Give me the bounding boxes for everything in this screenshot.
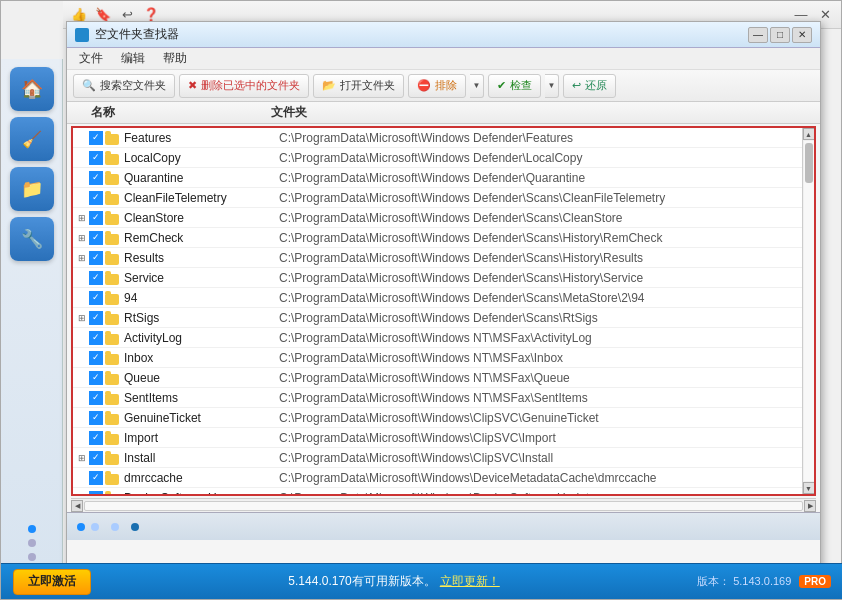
row-checkbox[interactable] bbox=[89, 371, 103, 385]
table-row[interactable]: FeaturesC:\ProgramData\Microsoft\Windows… bbox=[73, 128, 814, 148]
table-row[interactable]: ⊞RemCheckC:\ProgramData\Microsoft\Window… bbox=[73, 228, 814, 248]
table-row[interactable]: dmrccacheC:\ProgramData\Microsoft\Window… bbox=[73, 468, 814, 488]
row-checkbox[interactable] bbox=[89, 251, 103, 265]
sidebar-icon-clean[interactable]: 🧹 bbox=[10, 117, 54, 161]
row-checkbox[interactable] bbox=[89, 191, 103, 205]
table-row[interactable]: ⊞RtSigsC:\ProgramData\Microsoft\Windows … bbox=[73, 308, 814, 328]
row-name: DeviceSoftwareUp... bbox=[124, 491, 279, 495]
row-expand-btn[interactable]: ⊞ bbox=[75, 211, 89, 225]
row-expand-btn[interactable]: ⊞ bbox=[75, 311, 89, 325]
folder-icon bbox=[105, 371, 121, 385]
dialog-minimize-btn[interactable]: — bbox=[748, 27, 768, 43]
restore-btn[interactable]: ↩ 还原 bbox=[563, 74, 616, 98]
sidebar-nav-dot-1[interactable] bbox=[28, 525, 36, 533]
search-folders-btn[interactable]: 🔍 搜索空文件夹 bbox=[73, 74, 175, 98]
check-btn[interactable]: ✔ 检查 bbox=[488, 74, 541, 98]
exclude-btn[interactable]: ⛔ 排除 bbox=[408, 74, 466, 98]
row-checkbox[interactable] bbox=[89, 231, 103, 245]
row-name: Queue bbox=[124, 371, 279, 385]
outer-window: 🏠 🧹 📁 🔧 👍 🔖 ↩ ❓ — ✕ 空文件夹查找器 — □ ✕ bbox=[0, 0, 842, 600]
exclude-dropdown-btn[interactable]: ▼ bbox=[470, 74, 484, 98]
table-row[interactable]: SentItemsC:\ProgramData\Microsoft\Window… bbox=[73, 388, 814, 408]
folder-icon bbox=[105, 251, 121, 265]
table-row[interactable]: CleanFileTelemetryC:\ProgramData\Microso… bbox=[73, 188, 814, 208]
row-path: C:\ProgramData\Microsoft\Windows\ClipSVC… bbox=[279, 411, 812, 425]
h-scroll-track[interactable] bbox=[84, 501, 803, 511]
table-row[interactable]: GenuineTicketC:\ProgramData\Microsoft\Wi… bbox=[73, 408, 814, 428]
indicator-dot-3 bbox=[131, 523, 139, 531]
table-row[interactable]: QuarantineC:\ProgramData\Microsoft\Windo… bbox=[73, 168, 814, 188]
sidebar-nav-dot-2[interactable] bbox=[28, 539, 36, 547]
row-expand-btn bbox=[75, 491, 89, 495]
update-link[interactable]: 立即更新！ bbox=[440, 573, 500, 590]
sidebar-icon-folder[interactable]: 📁 bbox=[10, 167, 54, 211]
row-path: C:\ProgramData\Microsoft\Windows Defende… bbox=[279, 151, 812, 165]
horizontal-scrollbar[interactable]: ◀ ▶ bbox=[71, 498, 816, 512]
restore-icon: ↩ bbox=[572, 79, 581, 92]
row-checkbox[interactable] bbox=[89, 471, 103, 485]
delete-btn[interactable]: ✖ 删除已选中的文件夹 bbox=[179, 74, 309, 98]
table-row[interactable]: ⊞InstallC:\ProgramData\Microsoft\Windows… bbox=[73, 448, 814, 468]
row-expand-btn[interactable]: ⊞ bbox=[75, 451, 89, 465]
row-expand-btn bbox=[75, 351, 89, 365]
version-label: 版本： 5.143.0.169 bbox=[697, 574, 791, 589]
table-row[interactable]: InboxC:\ProgramData\Microsoft\Windows NT… bbox=[73, 348, 814, 368]
check-dropdown-btn[interactable]: ▼ bbox=[545, 74, 559, 98]
row-path: C:\ProgramData\Microsoft\Windows\DeviceS… bbox=[279, 491, 812, 495]
row-name: Quarantine bbox=[124, 171, 279, 185]
table-row[interactable]: 94C:\ProgramData\Microsoft\Windows Defen… bbox=[73, 288, 814, 308]
bottom-center: 5.144.0.170有可用新版本。 立即更新！ bbox=[288, 573, 499, 590]
row-checkbox[interactable] bbox=[89, 151, 103, 165]
menu-bar: 文件 编辑 帮助 bbox=[67, 48, 820, 70]
folder-icon bbox=[105, 211, 121, 225]
row-checkbox[interactable] bbox=[89, 171, 103, 185]
row-checkbox[interactable] bbox=[89, 431, 103, 445]
table-row[interactable]: LocalCopyC:\ProgramData\Microsoft\Window… bbox=[73, 148, 814, 168]
toolbar: 🔍 搜索空文件夹 ✖ 删除已选中的文件夹 📂 打开文件夹 ⛔ 排除 ▼ ✔ 检查… bbox=[67, 70, 820, 102]
h-scroll-right[interactable]: ▶ bbox=[804, 500, 816, 512]
scroll-down-arrow[interactable]: ▼ bbox=[803, 482, 815, 494]
dialog-close-btn[interactable]: ✕ bbox=[792, 27, 812, 43]
sidebar-nav-dot-3[interactable] bbox=[28, 553, 36, 561]
menu-file[interactable]: 文件 bbox=[71, 48, 111, 69]
row-expand-btn[interactable]: ⊞ bbox=[75, 231, 89, 245]
open-btn[interactable]: 📂 打开文件夹 bbox=[313, 74, 404, 98]
row-checkbox[interactable] bbox=[89, 451, 103, 465]
row-name: ActivityLog bbox=[124, 331, 279, 345]
sidebar-icon-home[interactable]: 🏠 bbox=[10, 67, 54, 111]
right-scrollbar[interactable]: ▲ ▼ bbox=[802, 128, 814, 494]
table-row[interactable]: ActivityLogC:\ProgramData\Microsoft\Wind… bbox=[73, 328, 814, 348]
row-checkbox[interactable] bbox=[89, 131, 103, 145]
activate-button[interactable]: 立即激活 bbox=[13, 569, 91, 595]
update-text: 5.144.0.170有可用新版本。 bbox=[288, 573, 435, 590]
table-row[interactable]: ⊞CleanStoreC:\ProgramData\Microsoft\Wind… bbox=[73, 208, 814, 228]
rows-inner[interactable]: FeaturesC:\ProgramData\Microsoft\Windows… bbox=[73, 128, 814, 494]
row-checkbox[interactable] bbox=[89, 411, 103, 425]
row-checkbox[interactable] bbox=[89, 351, 103, 365]
h-scroll-left[interactable]: ◀ bbox=[71, 500, 83, 512]
row-checkbox[interactable] bbox=[89, 291, 103, 305]
row-checkbox[interactable] bbox=[89, 211, 103, 225]
table-row[interactable]: ImportC:\ProgramData\Microsoft\Windows\C… bbox=[73, 428, 814, 448]
table-row[interactable]: DeviceSoftwareUp...C:\ProgramData\Micros… bbox=[73, 488, 814, 494]
row-checkbox[interactable] bbox=[89, 271, 103, 285]
menu-edit[interactable]: 编辑 bbox=[113, 48, 153, 69]
row-checkbox[interactable] bbox=[89, 311, 103, 325]
sidebar-icon-tools[interactable]: 🔧 bbox=[10, 217, 54, 261]
folder-icon bbox=[105, 191, 121, 205]
row-name: CleanStore bbox=[124, 211, 279, 225]
row-checkbox[interactable] bbox=[89, 391, 103, 405]
row-checkbox[interactable] bbox=[89, 331, 103, 345]
scroll-track[interactable] bbox=[804, 141, 814, 481]
table-row[interactable]: ServiceC:\ProgramData\Microsoft\Windows … bbox=[73, 268, 814, 288]
row-name: RemCheck bbox=[124, 231, 279, 245]
row-expand-btn[interactable]: ⊞ bbox=[75, 251, 89, 265]
table-row[interactable]: ⊞ResultsC:\ProgramData\Microsoft\Windows… bbox=[73, 248, 814, 268]
row-checkbox[interactable] bbox=[89, 491, 103, 495]
scroll-up-arrow[interactable]: ▲ bbox=[803, 128, 815, 140]
table-row[interactable]: QueueC:\ProgramData\Microsoft\Windows NT… bbox=[73, 368, 814, 388]
dialog-maximize-btn[interactable]: □ bbox=[770, 27, 790, 43]
left-sidebar: 🏠 🧹 📁 🔧 bbox=[1, 59, 63, 569]
menu-help[interactable]: 帮助 bbox=[155, 48, 195, 69]
scroll-thumb[interactable] bbox=[805, 143, 813, 183]
